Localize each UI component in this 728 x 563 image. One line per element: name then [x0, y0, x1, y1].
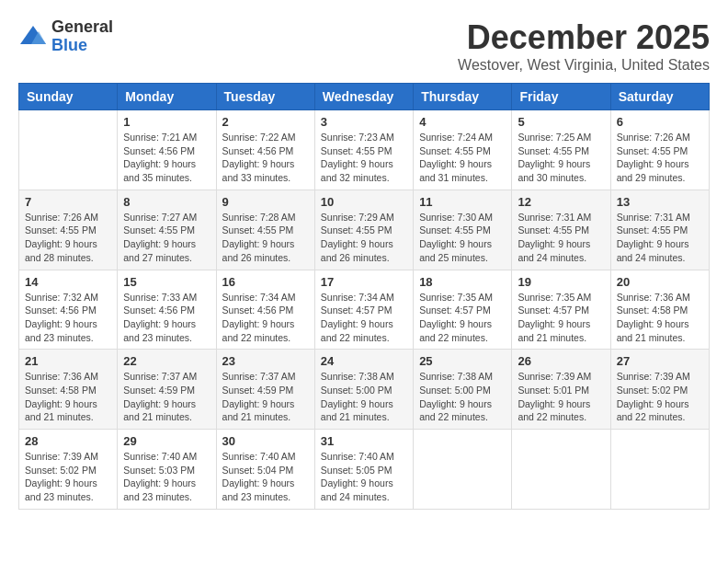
- weekday-header-row: SundayMondayTuesdayWednesdayThursdayFrid…: [19, 84, 710, 110]
- calendar-cell: 7Sunrise: 7:26 AM Sunset: 4:55 PM Daylig…: [19, 190, 118, 270]
- day-number: 16: [222, 275, 309, 289]
- day-info: Sunrise: 7:22 AM Sunset: 4:56 PM Dayligh…: [222, 131, 309, 185]
- day-info: Sunrise: 7:39 AM Sunset: 5:01 PM Dayligh…: [518, 370, 604, 424]
- calendar-cell: 28Sunrise: 7:39 AM Sunset: 5:02 PM Dayli…: [19, 430, 118, 510]
- day-number: 20: [617, 275, 703, 289]
- calendar-week-row: 7Sunrise: 7:26 AM Sunset: 4:55 PM Daylig…: [19, 190, 710, 270]
- calendar-cell: 11Sunrise: 7:30 AM Sunset: 4:55 PM Dayli…: [414, 190, 512, 270]
- calendar-week-row: 1Sunrise: 7:21 AM Sunset: 4:56 PM Daylig…: [19, 110, 710, 190]
- day-number: 21: [25, 354, 111, 368]
- calendar-cell: 19Sunrise: 7:35 AM Sunset: 4:57 PM Dayli…: [512, 270, 610, 350]
- day-info: Sunrise: 7:26 AM Sunset: 4:55 PM Dayligh…: [25, 211, 111, 265]
- day-number: 23: [222, 354, 309, 368]
- day-info: Sunrise: 7:36 AM Sunset: 4:58 PM Dayligh…: [617, 291, 703, 345]
- day-info: Sunrise: 7:39 AM Sunset: 5:02 PM Dayligh…: [25, 450, 111, 504]
- day-info: Sunrise: 7:21 AM Sunset: 4:56 PM Dayligh…: [123, 131, 210, 185]
- calendar-cell: 29Sunrise: 7:40 AM Sunset: 5:03 PM Dayli…: [118, 430, 216, 510]
- day-number: 12: [518, 195, 604, 209]
- day-number: 11: [419, 195, 506, 209]
- calendar-cell: 1Sunrise: 7:21 AM Sunset: 4:56 PM Daylig…: [118, 110, 216, 190]
- day-number: 27: [617, 354, 703, 368]
- calendar-cell: [19, 110, 118, 190]
- calendar-cell: 13Sunrise: 7:31 AM Sunset: 4:55 PM Dayli…: [610, 190, 709, 270]
- day-info: Sunrise: 7:24 AM Sunset: 4:55 PM Dayligh…: [419, 131, 506, 185]
- weekday-header: Sunday: [19, 84, 118, 110]
- page-header: General Blue December 2025 Westover, Wes…: [18, 18, 710, 74]
- day-number: 15: [123, 275, 210, 289]
- calendar-cell: 9Sunrise: 7:28 AM Sunset: 4:55 PM Daylig…: [216, 190, 314, 270]
- day-info: Sunrise: 7:35 AM Sunset: 4:57 PM Dayligh…: [419, 291, 506, 345]
- day-number: 1: [123, 115, 210, 129]
- logo-text: General Blue: [51, 18, 113, 55]
- day-number: 24: [321, 354, 407, 368]
- calendar-cell: 16Sunrise: 7:34 AM Sunset: 4:56 PM Dayli…: [216, 270, 314, 350]
- calendar-cell: 31Sunrise: 7:40 AM Sunset: 5:05 PM Dayli…: [314, 430, 413, 510]
- day-number: 26: [518, 354, 604, 368]
- logo-blue-text: Blue: [51, 37, 113, 55]
- day-info: Sunrise: 7:27 AM Sunset: 4:55 PM Dayligh…: [123, 211, 210, 265]
- day-info: Sunrise: 7:37 AM Sunset: 4:59 PM Dayligh…: [123, 370, 210, 424]
- day-number: 7: [25, 195, 111, 209]
- calendar-cell: 27Sunrise: 7:39 AM Sunset: 5:02 PM Dayli…: [610, 350, 709, 430]
- calendar-cell: 2Sunrise: 7:22 AM Sunset: 4:56 PM Daylig…: [216, 110, 314, 190]
- title-area: December 2025 Westover, West Virginia, U…: [458, 18, 710, 74]
- day-info: Sunrise: 7:35 AM Sunset: 4:57 PM Dayligh…: [518, 291, 604, 345]
- day-number: 4: [419, 115, 506, 129]
- weekday-header: Thursday: [414, 84, 512, 110]
- calendar-cell: 3Sunrise: 7:23 AM Sunset: 4:55 PM Daylig…: [314, 110, 413, 190]
- weekday-header: Tuesday: [216, 84, 314, 110]
- day-info: Sunrise: 7:39 AM Sunset: 5:02 PM Dayligh…: [617, 370, 703, 424]
- day-info: Sunrise: 7:28 AM Sunset: 4:55 PM Dayligh…: [222, 211, 309, 265]
- calendar-week-row: 21Sunrise: 7:36 AM Sunset: 4:58 PM Dayli…: [19, 350, 710, 430]
- day-number: 5: [518, 115, 604, 129]
- calendar-cell: 6Sunrise: 7:26 AM Sunset: 4:55 PM Daylig…: [610, 110, 709, 190]
- day-number: 28: [25, 434, 111, 448]
- day-number: 3: [321, 115, 407, 129]
- calendar-cell: 15Sunrise: 7:33 AM Sunset: 4:56 PM Dayli…: [118, 270, 216, 350]
- day-info: Sunrise: 7:30 AM Sunset: 4:55 PM Dayligh…: [419, 211, 506, 265]
- weekday-header: Friday: [512, 84, 610, 110]
- day-info: Sunrise: 7:37 AM Sunset: 4:59 PM Dayligh…: [222, 370, 309, 424]
- logo-general-text: General: [51, 18, 113, 37]
- calendar-cell: 21Sunrise: 7:36 AM Sunset: 4:58 PM Dayli…: [19, 350, 118, 430]
- calendar-cell: 23Sunrise: 7:37 AM Sunset: 4:59 PM Dayli…: [216, 350, 314, 430]
- day-info: Sunrise: 7:26 AM Sunset: 4:55 PM Dayligh…: [617, 131, 703, 185]
- calendar-cell: 20Sunrise: 7:36 AM Sunset: 4:58 PM Dayli…: [610, 270, 709, 350]
- day-info: Sunrise: 7:31 AM Sunset: 4:55 PM Dayligh…: [617, 211, 703, 265]
- day-info: Sunrise: 7:38 AM Sunset: 5:00 PM Dayligh…: [419, 370, 506, 424]
- calendar-cell: 12Sunrise: 7:31 AM Sunset: 4:55 PM Dayli…: [512, 190, 610, 270]
- day-number: 14: [25, 275, 111, 289]
- logo-icon: [18, 24, 48, 50]
- calendar-week-row: 14Sunrise: 7:32 AM Sunset: 4:56 PM Dayli…: [19, 270, 710, 350]
- calendar-cell: 18Sunrise: 7:35 AM Sunset: 4:57 PM Dayli…: [414, 270, 512, 350]
- calendar-cell: 4Sunrise: 7:24 AM Sunset: 4:55 PM Daylig…: [414, 110, 512, 190]
- calendar-cell: 17Sunrise: 7:34 AM Sunset: 4:57 PM Dayli…: [314, 270, 413, 350]
- day-number: 6: [617, 115, 703, 129]
- calendar-cell: 5Sunrise: 7:25 AM Sunset: 4:55 PM Daylig…: [512, 110, 610, 190]
- day-number: 31: [321, 434, 407, 448]
- calendar-cell: 30Sunrise: 7:40 AM Sunset: 5:04 PM Dayli…: [216, 430, 314, 510]
- day-info: Sunrise: 7:40 AM Sunset: 5:03 PM Dayligh…: [123, 450, 210, 504]
- day-number: 19: [518, 275, 604, 289]
- calendar-table: SundayMondayTuesdayWednesdayThursdayFrid…: [18, 83, 710, 510]
- day-number: 18: [419, 275, 506, 289]
- weekday-header: Wednesday: [314, 84, 413, 110]
- day-info: Sunrise: 7:32 AM Sunset: 4:56 PM Dayligh…: [25, 291, 111, 345]
- day-number: 30: [222, 434, 309, 448]
- calendar-cell: [414, 430, 512, 510]
- day-number: 8: [123, 195, 210, 209]
- day-info: Sunrise: 7:40 AM Sunset: 5:04 PM Dayligh…: [222, 450, 309, 504]
- day-info: Sunrise: 7:34 AM Sunset: 4:56 PM Dayligh…: [222, 291, 309, 345]
- day-info: Sunrise: 7:34 AM Sunset: 4:57 PM Dayligh…: [321, 291, 407, 345]
- calendar-cell: [610, 430, 709, 510]
- day-number: 17: [321, 275, 407, 289]
- day-info: Sunrise: 7:38 AM Sunset: 5:00 PM Dayligh…: [321, 370, 407, 424]
- day-number: 25: [419, 354, 506, 368]
- calendar-cell: 14Sunrise: 7:32 AM Sunset: 4:56 PM Dayli…: [19, 270, 118, 350]
- day-info: Sunrise: 7:31 AM Sunset: 4:55 PM Dayligh…: [518, 211, 604, 265]
- location-title: Westover, West Virginia, United States: [458, 57, 710, 74]
- day-info: Sunrise: 7:25 AM Sunset: 4:55 PM Dayligh…: [518, 131, 604, 185]
- day-number: 13: [617, 195, 703, 209]
- day-number: 10: [321, 195, 407, 209]
- calendar-cell: 10Sunrise: 7:29 AM Sunset: 4:55 PM Dayli…: [314, 190, 413, 270]
